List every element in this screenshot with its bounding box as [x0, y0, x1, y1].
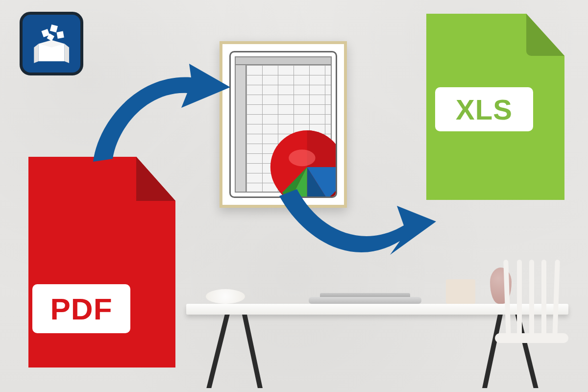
- pdf-label: PDF: [32, 284, 130, 333]
- desk-scene: [186, 289, 568, 392]
- spreadsheet-with-pie-chart-icon: [229, 51, 337, 198]
- arrow-pdf-to-spreadsheet-icon: [83, 54, 240, 167]
- pdf-file-icon: PDF: [19, 157, 175, 368]
- xls-file-icon: XLS: [417, 14, 564, 200]
- svg-point-10: [289, 149, 315, 166]
- arrow-spreadsheet-to-xls-icon: [274, 176, 441, 289]
- flower-decor: [206, 289, 245, 304]
- xls-label: XLS: [435, 87, 533, 131]
- svg-rect-5: [50, 24, 58, 32]
- app-logo-icon: [20, 12, 83, 75]
- svg-marker-1: [34, 44, 38, 63]
- svg-marker-2: [64, 44, 69, 63]
- svg-rect-6: [56, 31, 64, 38]
- box-decor: [446, 279, 475, 304]
- chair-decor: [495, 260, 568, 387]
